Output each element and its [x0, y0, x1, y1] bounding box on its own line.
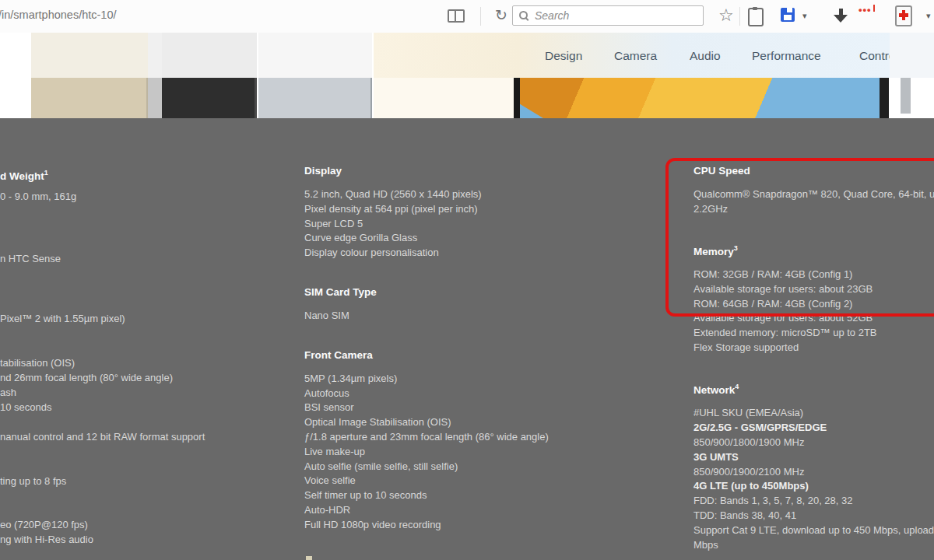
spec-line: ƒ/1.8 aperture and 23mm focal length (86… — [304, 430, 631, 445]
addon-medkit-icon[interactable] — [895, 5, 912, 26]
downloads-icon[interactable] — [834, 9, 848, 23]
spec-line: 3G UMTS — [693, 450, 934, 465]
product-gallery: DesignCameraAudioPerformanceControlBatte… — [0, 33, 934, 118]
wallpaper-blue-corner — [520, 98, 543, 118]
phone-silver-top — [258, 33, 372, 78]
spec-line: BSI sensor — [304, 401, 631, 415]
spec-line: Mbps — [693, 538, 934, 553]
spec-line-fragment: tabilisation (OIS) — [0, 356, 75, 371]
spec-line-fragment: eo (720P@120 fps) — [0, 518, 88, 533]
spec-line-fragment: nanual control and 12 bit RAW format sup… — [0, 430, 205, 445]
phone-black-top — [162, 33, 257, 78]
spec-line-fragment: 10 seconds — [0, 401, 52, 415]
spec-section-heading: Front Camera — [304, 348, 631, 362]
spec-line-fragment: ting up to 8 fps — [0, 474, 66, 489]
spec-column-right: CPU SpeedQualcomm® Snapdragon™ 820, Quad… — [693, 163, 934, 552]
spec-line: Pixel density at 564 ppi (pixel per inch… — [304, 202, 631, 217]
spec-line: Optical Image Stabilisation (OIS) — [304, 415, 631, 430]
spec-line: ROM: 32GB / RAM: 4GB (Config 1) — [693, 268, 934, 282]
spec-line-fragment: ash — [0, 386, 16, 401]
phone-bezel-left — [514, 78, 520, 118]
phone-variant-black[interactable] — [162, 33, 257, 118]
spec-line: TDD: Bands 38, 40, 41 — [693, 509, 934, 523]
phone-edge-bar — [901, 78, 911, 114]
spec-line: Flex Storage supported — [693, 341, 934, 355]
spec-line-fragment: n HTC Sense — [0, 252, 61, 267]
spec-heading-fragment: d Weight1 — [0, 166, 48, 184]
spec-line-fragment: ng with Hi-Res audio — [0, 533, 93, 548]
spec-line: Available storage for users: about 23GB — [693, 282, 934, 297]
spec-section-heading: Network4 — [693, 380, 934, 397]
spec-line-fragment: nd 26mm focal length (80° wide angle) — [0, 371, 173, 386]
spec-line: Autofocus — [304, 387, 631, 401]
search-box[interactable] — [512, 5, 704, 26]
spec-column-left: d Weight10 - 9.0 mm, 161gn HTC SensePixe… — [0, 118, 280, 560]
spec-line: Auto-HDR — [304, 503, 631, 518]
spec-line: Qualcomm® Snapdragon™ 820, Quad Core, 64… — [693, 187, 934, 202]
phone-variant-gold[interactable] — [31, 33, 148, 118]
spec-line-fragment: Pixel™ 2 with 1.55µm pixel) — [0, 312, 125, 327]
spec-line: Live make-up — [304, 445, 631, 460]
spec-line: 5.2 inch, Quad HD (2560 x 1440 pixels) — [304, 187, 631, 202]
spec-line: Display colour personalisation — [304, 246, 631, 261]
spec-line: Extended memory: microSD™ up to 2TB — [693, 326, 934, 341]
phone-black-body — [162, 78, 257, 118]
spec-line: 4G LTE (up to 450Mbps) — [693, 479, 934, 494]
save-icon[interactable] — [781, 8, 795, 22]
spec-line: Curve edge Gorilla Glass — [304, 231, 631, 246]
phone-screen-wallpaper — [520, 78, 880, 118]
nav-item-design[interactable]: Design — [545, 49, 582, 63]
spec-section-heading: CPU Speed — [693, 163, 934, 178]
phone-bezel-right — [880, 78, 889, 118]
spec-line: Self timer up to 10 seconds — [304, 488, 631, 503]
spec-section: Network4#UHL SKU (EMEA/Asia)2G/2.5G - GS… — [693, 380, 934, 552]
spec-section: CPU SpeedQualcomm® Snapdragon™ 820, Quad… — [693, 163, 934, 217]
spec-line: ROM: 64GB / RAM: 4GB (Config 2) — [693, 297, 934, 312]
next-section-peek — [306, 556, 312, 560]
download-arrow-head — [834, 15, 848, 23]
overflow-dots: ••• — [859, 4, 872, 16]
spec-line: Auto selfie (smile selfie, still selfie) — [304, 460, 631, 474]
toolbar-separator — [480, 7, 481, 26]
spec-line: Support Cat 9 LTE, download up to 450 Mb… — [693, 523, 934, 538]
spec-section-heading: Display — [304, 163, 631, 178]
phone-silver-body — [258, 78, 372, 118]
spec-section: Front Camera5MP (1.34µm pixels)Autofocus… — [304, 348, 631, 533]
hero-right-panel — [890, 33, 934, 78]
specs-overlay: d Weight10 - 9.0 mm, 161gn HTC SensePixe… — [0, 118, 934, 560]
divider-bottom — [148, 78, 162, 118]
spec-line: #UHL SKU (EMEA/Asia) — [693, 406, 934, 421]
spec-line: 2.2GHz — [693, 202, 934, 217]
toolbar-separator — [739, 7, 740, 26]
search-icon — [518, 10, 529, 21]
spec-section-heading: Memory3 — [693, 241, 934, 259]
phone-variant-silver[interactable] — [258, 33, 372, 118]
spec-line: 850/900/1900/2100 MHz — [693, 465, 934, 480]
nav-item-audio[interactable]: Audio — [690, 49, 721, 63]
spec-line: 5MP (1.34µm pixels) — [304, 372, 631, 387]
address-bar[interactable]: /in/smartphones/htc-10/ — [0, 9, 117, 21]
spec-section: Display5.2 inch, Quad HD (2560 x 1440 pi… — [304, 163, 631, 261]
hero-cream-area — [374, 78, 514, 118]
spec-line: Super LCD 5 — [304, 217, 631, 232]
reload-icon[interactable]: ↻ — [495, 6, 507, 23]
spec-section-heading: SIM Card Type — [304, 285, 631, 299]
clipboard-icon[interactable] — [748, 8, 764, 26]
spec-line: Full HD 1080p video recording — [304, 518, 631, 533]
save-dropdown-caret-icon[interactable]: ▾ — [802, 11, 807, 21]
spec-line: 2G/2.5G - GSM/GPRS/EDGE — [693, 421, 934, 436]
overflow-tick — [873, 5, 875, 12]
spec-line: Nano SIM — [304, 309, 631, 324]
reader-mode-icon[interactable] — [448, 9, 465, 23]
nav-item-performance[interactable]: Performance — [752, 49, 821, 63]
nav-item-camera[interactable]: Camera — [614, 49, 657, 63]
divider-top — [148, 33, 162, 78]
spec-line: Available storage for users: about 52GB — [693, 311, 934, 326]
overflow-menu-icon[interactable]: ••• — [859, 4, 875, 16]
toolbar-dropdown-caret-icon[interactable]: ▾ — [926, 11, 931, 21]
spec-line: FDD: Bands 1, 3, 5, 7, 8, 20, 28, 32 — [693, 494, 934, 509]
bookmark-star-icon[interactable]: ☆ — [718, 5, 734, 26]
phone-gold-top — [31, 33, 148, 78]
search-input[interactable] — [533, 9, 703, 23]
spec-line: Voice selfie — [304, 474, 631, 488]
